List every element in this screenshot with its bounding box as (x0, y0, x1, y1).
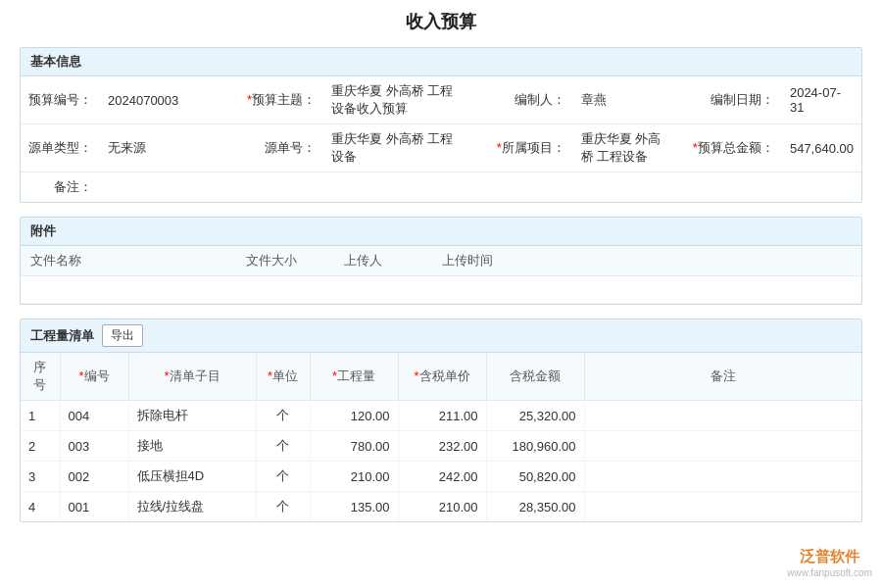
eng-col-seq: 序号 (21, 353, 60, 401)
info-row-remark: 备注： (21, 172, 861, 203)
eng-cell-code: 003 (60, 431, 128, 462)
eng-cell-remark (584, 431, 861, 462)
attachment-body: 文件名称 文件大小 上传人 上传时间 (21, 246, 861, 304)
eng-cell-unit: 个 (256, 492, 310, 522)
attachment-empty-row (21, 276, 861, 304)
attachment-header: 附件 (21, 218, 861, 246)
label-editor: 编制人： (489, 76, 573, 124)
eng-cell-amount: 50,820.00 (486, 462, 584, 492)
eng-cell-amount: 180,960.00 (486, 431, 584, 462)
basic-info-table: 预算编号： 2024070003 *预算主题： 重庆华夏 外高桥 工程设备收入预… (21, 76, 861, 202)
attachment-table: 文件名称 文件大小 上传人 上传时间 (21, 246, 861, 304)
eng-cell-seq: 3 (21, 462, 60, 492)
label-source-type: 源单类型： (21, 124, 100, 172)
attachment-header-row: 文件名称 文件大小 上传人 上传时间 (21, 246, 861, 276)
engineering-section: 工程量清单 导出 序号 *编号 *清单子目 *单位 *工程量 *含税单价 含税金… (20, 318, 862, 522)
label-remark: 备注： (21, 172, 100, 203)
watermark-logo: 泛普软件 (787, 547, 872, 567)
engineering-table: 序号 *编号 *清单子目 *单位 *工程量 *含税单价 含税金额 备注 1 00… (21, 353, 861, 521)
eng-cell-unit-price: 232.00 (398, 431, 486, 462)
value-edit-date: 2024-07-31 (782, 76, 861, 124)
basic-info-section: 基本信息 预算编号： 2024070003 *预算主题： 重庆华夏 外高桥 工程… (20, 47, 862, 203)
eng-cell-code: 001 (60, 492, 128, 522)
eng-cell-unit: 个 (256, 401, 310, 431)
eng-cell-unit: 个 (256, 431, 310, 462)
eng-cell-unit-price: 210.00 (398, 492, 486, 522)
eng-cell-seq: 4 (21, 492, 60, 522)
value-source-type: 无来源 (100, 124, 223, 172)
watermark-url: www.fanpusoft.com (787, 567, 872, 578)
label-budget-theme: *预算主题： (239, 76, 323, 124)
eng-row-3: 3 002 低压横担4D 个 210.00 242.00 50,820.00 (21, 462, 861, 492)
basic-info-body: 预算编号： 2024070003 *预算主题： 重庆华夏 外高桥 工程设备收入预… (21, 76, 861, 202)
value-project: 重庆华夏 外高桥 工程设备 (573, 124, 669, 172)
eng-cell-seq: 1 (21, 401, 60, 431)
value-total-amount: 547,640.00 (782, 124, 861, 172)
info-row-2: 源单类型： 无来源 源单号： 重庆华夏 外高桥 工程设备 *所属项目： 重庆华夏… (21, 124, 861, 172)
attach-col-size: 文件大小 (236, 246, 334, 276)
basic-info-header: 基本信息 (21, 48, 861, 76)
eng-col-quantity: *工程量 (310, 353, 398, 401)
label-edit-date: 编制日期： (685, 76, 782, 124)
attach-col-time: 上传时间 (432, 246, 550, 276)
info-row-1: 预算编号： 2024070003 *预算主题： 重庆华夏 外高桥 工程设备收入预… (21, 76, 861, 124)
eng-cell-name: 接地 (128, 431, 256, 462)
engineering-header-row: 序号 *编号 *清单子目 *单位 *工程量 *含税单价 含税金额 备注 (21, 353, 861, 401)
eng-cell-remark (584, 462, 861, 492)
eng-cell-code: 004 (60, 401, 128, 431)
engineering-body: 序号 *编号 *清单子目 *单位 *工程量 *含税单价 含税金额 备注 1 00… (21, 353, 861, 521)
eng-cell-name: 低压横担4D (128, 462, 256, 492)
eng-col-code: *编号 (60, 353, 128, 401)
value-editor: 章燕 (573, 76, 669, 124)
eng-cell-name: 拉线/拉线盘 (128, 492, 256, 522)
label-total-amount: *预算总金额： (685, 124, 782, 172)
eng-cell-seq: 2 (21, 431, 60, 462)
eng-cell-name: 拆除电杆 (128, 401, 256, 431)
eng-cell-unit-price: 211.00 (398, 401, 486, 431)
eng-cell-remark (584, 492, 861, 522)
value-budget-theme: 重庆华夏 外高桥 工程设备收入预算 (323, 76, 473, 124)
eng-row-2: 2 003 接地 个 780.00 232.00 180,960.00 (21, 431, 861, 462)
eng-col-name: *清单子目 (128, 353, 256, 401)
attach-col-extra1 (550, 246, 628, 276)
eng-cell-unit-price: 242.00 (398, 462, 486, 492)
eng-cell-remark (584, 401, 861, 431)
label-project: *所属项目： (489, 124, 573, 172)
eng-cell-quantity: 780.00 (310, 431, 398, 462)
value-budget-no: 2024070003 (100, 76, 223, 124)
attach-col-extra2 (628, 246, 707, 276)
engineering-header: 工程量清单 导出 (21, 319, 861, 353)
eng-cell-quantity: 210.00 (310, 462, 398, 492)
eng-cell-amount: 28,350.00 (486, 492, 584, 522)
eng-col-amount: 含税金额 (486, 353, 584, 401)
attach-col-uploader: 上传人 (334, 246, 432, 276)
eng-col-remark: 备注 (584, 353, 861, 401)
eng-cell-amount: 25,320.00 (486, 401, 584, 431)
eng-col-unit-price: *含税单价 (398, 353, 486, 401)
eng-cell-quantity: 120.00 (310, 401, 398, 431)
page-title: 收入预算 (20, 10, 862, 33)
eng-row-1: 1 004 拆除电杆 个 120.00 211.00 25,320.00 (21, 401, 861, 431)
eng-cell-code: 002 (60, 462, 128, 492)
value-remark (100, 172, 861, 203)
engineering-title: 工程量清单 (30, 327, 94, 345)
eng-cell-unit: 个 (256, 462, 310, 492)
attach-col-extra3 (707, 246, 861, 276)
eng-row-4: 4 001 拉线/拉线盘 个 135.00 210.00 28,350.00 (21, 492, 861, 522)
export-button[interactable]: 导出 (102, 324, 143, 347)
eng-cell-quantity: 135.00 (310, 492, 398, 522)
value-source-no: 重庆华夏 外高桥 工程设备 (323, 124, 473, 172)
attachment-empty-cell (21, 276, 861, 304)
label-budget-no: 预算编号： (21, 76, 100, 124)
watermark: 泛普软件 www.fanpusoft.com (787, 547, 872, 578)
attach-col-name: 文件名称 (21, 246, 236, 276)
label-source-no: 源单号： (239, 124, 323, 172)
eng-col-unit: *单位 (256, 353, 310, 401)
attachment-section: 附件 文件名称 文件大小 上传人 上传时间 (20, 217, 862, 305)
